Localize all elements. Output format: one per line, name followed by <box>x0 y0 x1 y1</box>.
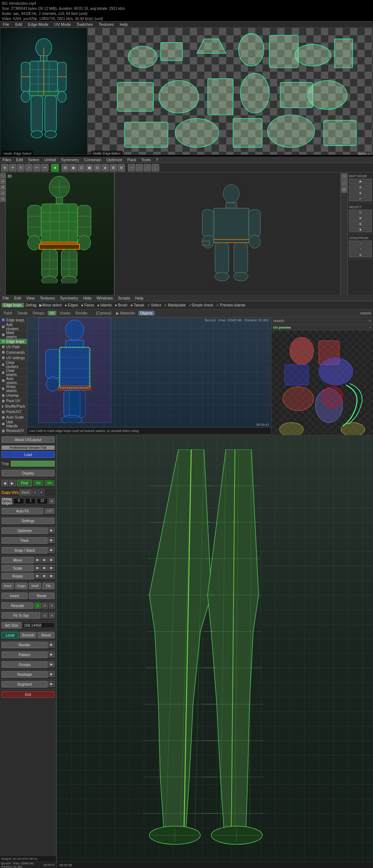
tool-redo[interactable]: ↪ <box>41 164 48 171</box>
tool-scale[interactable]: ⤢ <box>25 164 32 171</box>
tool-4[interactable]: ▣ <box>86 164 93 171</box>
menu-windows[interactable]: Windows <box>94 296 115 300</box>
smooth-btn[interactable]: Smooth <box>20 632 37 638</box>
settings-btn[interactable]: Settings <box>1 518 55 524</box>
scale-btn[interactable]: Scale <box>1 565 34 571</box>
fit-v-btn[interactable]: V <box>49 613 55 618</box>
mode-uv[interactable]: UV <box>48 311 56 316</box>
tool-move[interactable]: ✛ <box>9 164 16 171</box>
pattern-btn[interactable]: Pattern <box>1 651 48 658</box>
menu-help2[interactable]: ? <box>153 158 161 162</box>
move-y[interactable]: ▶ <box>42 557 48 563</box>
sidebar-packuv2[interactable]: PackUV2 <box>0 409 27 415</box>
tool-2[interactable]: ◉ <box>70 164 77 171</box>
menu-pack[interactable]: Pack <box>125 158 139 162</box>
move-x[interactable]: ▶ <box>35 557 41 563</box>
tool-1[interactable]: ⊞ <box>62 164 69 171</box>
a-btn[interactable]: A <box>42 603 48 609</box>
size-value-input[interactable]: 168.14458 <box>23 622 55 628</box>
edit-mode-btn-2[interactable]: ⊕ <box>349 185 372 190</box>
menu-view[interactable]: View <box>24 296 38 300</box>
mode-retopo[interactable]: Retopo <box>31 311 46 316</box>
load-btn[interactable]: Load <box>1 451 55 458</box>
sidebar-clear-seams[interactable]: Clear seams <box>0 369 27 377</box>
nav-zoom-out[interactable]: - <box>341 180 347 186</box>
tool-10[interactable]: ← <box>136 164 143 171</box>
snap-stack-btn[interactable]: Snap / Stack <box>1 547 48 554</box>
tool-12[interactable]: ↓ <box>152 164 159 171</box>
sidebar-unwrap[interactable]: Unwrap <box>0 393 27 398</box>
rotate-x[interactable]: ▶ <box>35 573 41 579</box>
menu-select[interactable]: Select <box>25 158 42 162</box>
origin-btn[interactable]: Origin <box>15 583 27 589</box>
render-arrow[interactable]: ▶ <box>48 642 55 647</box>
sidebar-uv-settings[interactable]: UV settings <box>0 355 27 361</box>
stack-btn[interactable]: Stack <box>19 490 31 495</box>
sidebar-mark-seams[interactable]: Mark seams <box>0 331 27 339</box>
toolbar-simple-check[interactable]: ✓Simple check <box>187 303 215 307</box>
tool-3[interactable]: ⊡ <box>78 164 85 171</box>
display-btn[interactable]: Display <box>1 470 55 476</box>
groups-btn[interactable]: Groups <box>1 661 48 668</box>
tool-9[interactable]: → <box>128 164 135 171</box>
nav-fit[interactable]: ⊡ <box>341 187 347 193</box>
shell-btn[interactable]: Shell <box>29 583 41 589</box>
fit-sqr-btn[interactable]: Fit To Sqr <box>1 612 40 619</box>
select-btn-1[interactable]: ⊡ <box>349 210 372 215</box>
tmp-value-bar[interactable] <box>11 461 55 467</box>
select-btn-2[interactable]: ⊠ <box>349 215 372 221</box>
sidebar-edge-loops[interactable]: Edge loops <box>0 317 27 323</box>
untag-val-0[interactable]: 0 <box>13 498 24 504</box>
objects-tab[interactable]: Objects <box>138 311 154 316</box>
sidebar-sharp-seams[interactable]: Sharp seams <box>0 385 27 393</box>
toolbar-preview[interactable]: ✓ Preview islands <box>215 303 247 307</box>
uv-preview-x[interactable]: ✕ <box>368 319 371 323</box>
menu-hide[interactable]: Hide <box>81 296 94 300</box>
edit-mode-btn-1[interactable]: ▶ <box>349 179 372 184</box>
u-letter[interactable]: U <box>32 490 38 495</box>
toolbar-islands[interactable]: ● Islands <box>96 303 114 307</box>
menu-uv-mode[interactable]: UV Mode <box>51 22 74 27</box>
menu-files[interactable]: Files <box>0 158 13 162</box>
rotate-y[interactable]: ▶ <box>42 573 48 579</box>
menu-textures2[interactable]: Textures <box>37 296 58 300</box>
move-btn[interactable]: Move <box>1 557 34 563</box>
fit-u-btn[interactable]: U <box>42 613 48 618</box>
edit-mode-btn-3[interactable]: ⊞ <box>349 190 372 195</box>
scale-y[interactable]: ▶ <box>42 565 48 571</box>
render-btn[interactable]: Render <box>1 642 48 648</box>
edit-mode-btn-4[interactable]: ✂ <box>349 196 372 201</box>
sidebar-edge-loops-2[interactable]: Edge loops <box>0 339 27 344</box>
menu-edit2[interactable]: Edit <box>13 158 25 162</box>
vtool-4[interactable]: ◎ <box>0 191 5 196</box>
groups-arrow[interactable]: ▶ <box>48 661 55 667</box>
untag-val-1[interactable]: 1 <box>25 498 36 504</box>
vtool-1[interactable]: ↕ <box>0 173 5 178</box>
mode-paint[interactable]: Paint <box>2 311 14 316</box>
untag-edges-btn[interactable]: Untag Edges <box>1 498 12 504</box>
sidebar-pack-uv[interactable]: Pack UV <box>0 399 27 404</box>
exit-btn[interactable]: Exit <box>1 691 55 698</box>
auto-fit-btn[interactable]: Auto Fit <box>1 508 43 514</box>
tool-active[interactable]: ■ <box>51 164 59 171</box>
tile-btn[interactable]: Tile <box>42 583 55 589</box>
tool-11[interactable]: ↑ <box>144 164 151 171</box>
invert-btn[interactable]: Invert <box>1 592 28 599</box>
tool-7[interactable]: ⊠ <box>110 164 117 171</box>
untag-val-10[interactable]: 10 <box>37 498 47 504</box>
menu-help[interactable]: Help <box>117 22 131 27</box>
menu-switches[interactable]: Switches <box>74 22 96 27</box>
menu-unfold[interactable]: Unfold <box>42 158 59 162</box>
v-btn[interactable]: V <box>49 603 55 609</box>
segment-arrow[interactable]: ▶ <box>48 681 55 687</box>
segment-btn[interactable]: Segment <box>1 681 48 687</box>
toolbar-edges[interactable]: ● Edges <box>63 303 79 307</box>
menu-edit[interactable]: Edit <box>12 22 25 27</box>
select-btn-4[interactable]: ✚ <box>349 227 372 232</box>
u-green-btn[interactable]: U <box>35 603 41 609</box>
optimize-btn[interactable]: Optimize <box>1 527 48 534</box>
tool-undo[interactable]: ↩ <box>33 164 40 171</box>
sidebar-upd-islands[interactable]: Upd. Islands <box>0 420 27 428</box>
sidebar-auto-seams[interactable]: Auto seams <box>0 377 27 385</box>
scale-z[interactable]: ▶ <box>48 565 55 571</box>
